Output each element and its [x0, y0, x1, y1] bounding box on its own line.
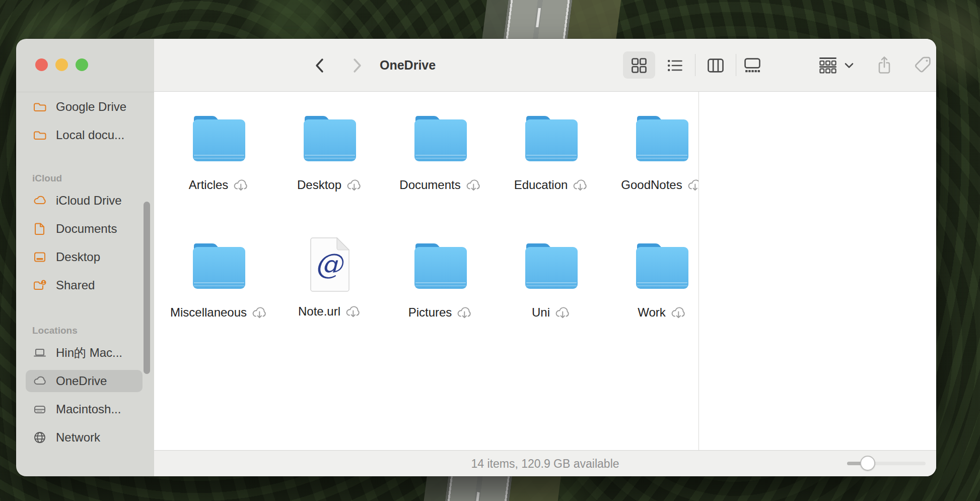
sidebar-item-macintosh-hd[interactable]: Macintosh... — [26, 398, 143, 420]
file-work[interactable]: Work — [607, 238, 698, 366]
file-label: Desktop — [297, 178, 341, 192]
tag-button[interactable] — [911, 39, 936, 92]
window-title: OneDrive — [380, 39, 436, 92]
file-label: Articles — [189, 178, 229, 192]
cloud-download-icon — [465, 178, 482, 192]
sidebar-item-label: Desktop — [56, 250, 100, 264]
file-label: GoodNotes — [621, 178, 682, 192]
group-chevron-down-icon[interactable] — [842, 39, 856, 92]
sidebar-item-label: Network — [56, 430, 100, 445]
view-columns-button[interactable] — [701, 39, 731, 92]
file-label: Documents — [399, 178, 460, 192]
share-button[interactable] — [872, 39, 896, 92]
folder-icon — [189, 239, 249, 292]
cloud-download-icon — [572, 178, 589, 192]
file-label: Note.url — [298, 304, 340, 319]
folder-icon — [189, 112, 249, 164]
folder-icon — [33, 128, 47, 142]
file-browser-content: Articles Desktop Documents Educa — [154, 92, 936, 450]
sidebar-item-this-mac[interactable]: Hin的 Mac... — [26, 342, 143, 364]
cloud-download-icon — [687, 178, 698, 192]
sidebar-item-label: Shared — [56, 278, 95, 292]
group-button[interactable] — [815, 39, 841, 92]
file-articles[interactable]: Articles — [164, 111, 274, 238]
toolbar-divider — [695, 54, 695, 76]
folder-icon — [410, 239, 471, 292]
view-icon-button[interactable] — [623, 39, 655, 92]
svg-text:@: @ — [315, 247, 344, 280]
icon-grid-pane: Articles Desktop Documents Educa — [154, 92, 698, 450]
sidebar-item-shared[interactable]: Shared — [26, 274, 143, 296]
sidebar-item-label: Google Drive — [56, 100, 126, 114]
toolbar-divider — [736, 54, 736, 76]
document-icon — [33, 222, 47, 236]
sidebar-item-label: Documents — [56, 222, 117, 236]
sidebar-item-documents[interactable]: Documents — [26, 218, 143, 240]
sidebar-section-icloud: iCloud — [16, 172, 154, 184]
status-bar: 14 items, 120.9 GB available — [154, 450, 936, 476]
url-document-icon: @ — [308, 236, 352, 293]
slider-knob[interactable] — [860, 456, 875, 471]
sidebar-item-local-documents[interactable]: Local docu... — [26, 124, 143, 146]
view-list-button[interactable] — [660, 39, 690, 92]
sidebar-item-label: iCloud Drive — [56, 194, 122, 208]
finder-window: Google Drive Local docu... iCloud iCloud… — [16, 39, 936, 476]
cloud-download-icon — [346, 178, 363, 192]
file-desktop[interactable]: Desktop — [274, 111, 385, 238]
file-label: Education — [514, 178, 568, 192]
sidebar-item-desktop[interactable]: Desktop — [26, 246, 143, 268]
folder-icon — [632, 239, 692, 292]
file-documents[interactable]: Documents — [385, 111, 496, 238]
cloud-download-icon — [251, 306, 268, 319]
sidebar-scrollbar[interactable] — [144, 202, 150, 374]
hard-drive-icon — [33, 402, 47, 416]
status-text: 14 items, 120.9 GB available — [154, 451, 936, 476]
sidebar-item-icloud-drive[interactable]: iCloud Drive — [26, 190, 143, 212]
preview-pane — [699, 92, 936, 450]
sidebar-section-locations: Locations — [16, 325, 154, 337]
icon-size-slider[interactable] — [847, 462, 926, 465]
forward-button[interactable] — [345, 39, 368, 92]
desktop-icon — [33, 250, 47, 264]
sidebar-item-network[interactable]: Network — [26, 426, 143, 449]
laptop-icon — [33, 346, 47, 360]
file-label: Work — [638, 305, 666, 320]
file-label: Miscellaneous — [170, 305, 247, 320]
folder-icon — [410, 112, 471, 164]
cloud-download-icon — [456, 306, 473, 319]
globe-icon — [33, 430, 47, 445]
toolbar: OneDrive — [154, 39, 936, 92]
sidebar-item-label: Local docu... — [56, 128, 124, 142]
view-gallery-button[interactable] — [737, 39, 767, 92]
folder-icon — [521, 239, 582, 292]
file-label: Pictures — [408, 305, 452, 320]
file-uni[interactable]: Uni — [496, 238, 607, 366]
sidebar: Google Drive Local docu... iCloud iCloud… — [16, 39, 154, 476]
desktop-background: Google Drive Local docu... iCloud iCloud… — [0, 0, 980, 501]
cloud-download-icon — [554, 306, 571, 319]
cloud-download-icon — [233, 178, 249, 192]
folder-icon — [300, 112, 360, 164]
sidebar-item-label: OneDrive — [56, 374, 107, 388]
back-button[interactable] — [309, 39, 331, 92]
file-note-url[interactable]: @ Note.url — [274, 238, 385, 366]
file-miscellaneous[interactable]: Miscellaneous — [164, 238, 274, 366]
folder-icon — [521, 112, 582, 164]
sidebar-item-label: Hin的 Mac... — [56, 345, 122, 361]
cloud-icon — [33, 374, 47, 388]
file-goodnotes[interactable]: GoodNotes — [607, 111, 698, 238]
folder-icon — [632, 112, 692, 164]
file-pictures[interactable]: Pictures — [385, 238, 496, 366]
sidebar-item-google-drive[interactable]: Google Drive — [26, 96, 143, 118]
folder-icon — [33, 100, 47, 114]
cloud-download-icon — [670, 306, 687, 319]
cloud-icon — [33, 194, 47, 208]
file-label: Uni — [532, 305, 550, 320]
sidebar-item-label: Macintosh... — [56, 402, 121, 416]
cloud-download-icon — [345, 305, 362, 318]
sidebar-item-onedrive[interactable]: OneDrive — [26, 370, 143, 392]
file-education[interactable]: Education — [496, 111, 607, 238]
shared-folder-icon — [33, 278, 47, 292]
